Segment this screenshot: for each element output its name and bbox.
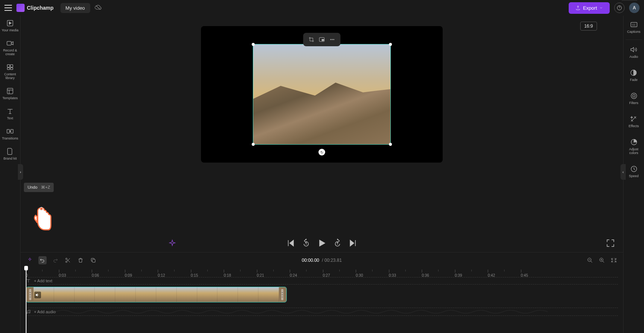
clip-mute-button[interactable] (34, 292, 41, 298)
more-options-button[interactable] (328, 35, 337, 44)
ruler-mark: 0:36 (422, 270, 429, 277)
collapse-timeline-button[interactable]: ⌄ (622, 0, 637, 1)
split-button[interactable] (64, 256, 72, 264)
timeline-section: ⌄ 00:00.00 / 00:23.81 00:030:060:09 (21, 252, 623, 333)
text-icon (6, 107, 14, 115)
svg-rect-6 (7, 68, 10, 70)
crop-button[interactable] (307, 35, 316, 44)
center-area: 16:9 ↻ 5 (21, 16, 623, 333)
sidebar-effects[interactable]: Effects (627, 110, 640, 133)
auto-enhance-button[interactable] (168, 239, 177, 248)
clip-trim-right[interactable] (281, 289, 283, 300)
help-button[interactable] (614, 3, 625, 13)
right-sidebar: ‹ CC Captions Audio Fade Filters Effects… (623, 16, 644, 333)
sidebar-content-library[interactable]: Content library (0, 60, 20, 84)
zoom-out-button[interactable] (586, 256, 594, 264)
ruler-mark: 0:30 (356, 270, 363, 277)
playhead[interactable] (26, 268, 26, 333)
magic-button[interactable] (26, 256, 34, 264)
resize-handle-top-left[interactable] (252, 43, 255, 46)
svg-line-27 (603, 261, 604, 263)
sidebar-filters[interactable]: Filters (628, 87, 640, 110)
clip-trim-left[interactable] (29, 289, 31, 300)
svg-rect-11 (7, 129, 10, 133)
aspect-ratio-selector[interactable]: 16:9 (580, 22, 597, 31)
ruler-mark: 0:18 (224, 270, 231, 277)
preview-area: 16:9 ↻ (21, 16, 623, 236)
sidebar-your-media[interactable]: Your media (0, 16, 20, 36)
fullscreen-button[interactable] (606, 239, 615, 248)
ruler-mark: 0:45 (521, 270, 528, 277)
svg-text:5: 5 (337, 242, 338, 245)
resize-handle-bottom-right[interactable] (389, 143, 392, 146)
text-track[interactable]: + Add text (26, 277, 618, 285)
duplicate-button[interactable] (89, 256, 97, 264)
top-bar: Clipchamp My video Export A (0, 0, 644, 16)
timecode-display: 00:00.00 / 00:23.81 (302, 258, 342, 263)
skip-next-button[interactable] (349, 239, 358, 248)
content-icon (6, 63, 14, 71)
ruler-mark: 0:12 (158, 270, 165, 277)
redo-button[interactable] (51, 256, 59, 264)
sidebar-fade[interactable]: Fade (628, 64, 639, 87)
rotate-handle[interactable]: ↻ (318, 149, 325, 155)
ruler-mark: 0:21 (257, 270, 264, 277)
forward-5s-button[interactable]: 5 (333, 239, 342, 248)
cloud-sync-icon[interactable] (95, 4, 101, 11)
svg-rect-5 (10, 65, 13, 67)
export-button[interactable]: Export (569, 2, 610, 14)
skip-previous-button[interactable] (286, 239, 295, 248)
sidebar-brand-kit[interactable]: Brand kit (0, 144, 20, 164)
video-clip[interactable] (26, 287, 287, 302)
timeline-ruler[interactable]: 00:030:060:090:120:150:180:210:240:270:3… (21, 268, 623, 277)
svg-point-33 (631, 93, 637, 99)
clipchamp-logo-icon (16, 4, 25, 12)
sidebar-templates[interactable]: Templates (0, 84, 20, 104)
ruler-mark: 0:39 (455, 270, 462, 277)
svg-rect-12 (11, 129, 13, 133)
pip-button[interactable] (317, 35, 326, 44)
svg-text:5: 5 (305, 242, 307, 245)
brand-icon (6, 148, 14, 155)
user-avatar[interactable]: A (629, 3, 640, 13)
sidebar-speed[interactable]: Speed (627, 160, 640, 183)
sidebar-adjust-colors[interactable]: Adjust colors (623, 133, 644, 160)
svg-rect-14 (322, 39, 324, 41)
sidebar-audio[interactable]: Audio (628, 41, 640, 64)
delete-button[interactable] (76, 256, 85, 264)
rewind-5s-button[interactable]: 5 (302, 239, 311, 248)
svg-point-20 (66, 258, 67, 260)
svg-point-16 (332, 39, 333, 40)
left-sidebar: Your media Record & create Content libra… (0, 16, 21, 333)
effects-icon (630, 115, 637, 123)
svg-point-15 (330, 39, 331, 40)
filters-icon (630, 92, 638, 100)
fit-timeline-button[interactable] (610, 256, 618, 264)
sidebar-record-create[interactable]: Record & create (0, 36, 20, 60)
audio-track[interactable]: + Add audio (26, 308, 618, 316)
project-title[interactable]: My video (60, 3, 90, 13)
svg-point-34 (632, 95, 635, 97)
sidebar-transitions[interactable]: Transitions (0, 124, 20, 144)
video-track[interactable] (26, 287, 618, 305)
sidebar-captions[interactable]: CC Captions (626, 16, 642, 39)
captions-icon: CC (630, 21, 638, 28)
menu-button[interactable] (4, 4, 12, 12)
undo-button[interactable] (38, 256, 47, 264)
app-name: Clipchamp (27, 5, 54, 11)
app-logo[interactable]: Clipchamp (16, 4, 54, 12)
svg-rect-7 (10, 68, 13, 70)
resize-handle-top-right[interactable] (389, 43, 392, 46)
zoom-in-button[interactable] (598, 256, 606, 264)
resize-handle-bottom-left[interactable] (252, 143, 255, 146)
sidebar-text[interactable]: Text (0, 104, 20, 124)
ruler-mark: 0:27 (323, 270, 330, 277)
transitions-icon (6, 128, 14, 135)
selected-media-clip[interactable]: ↻ (253, 44, 391, 145)
play-button[interactable] (317, 239, 326, 248)
preview-frame[interactable]: ↻ (201, 26, 443, 163)
timeline-toolbar: 00:00.00 / 00:23.81 (21, 252, 623, 268)
collapse-right-panel[interactable]: ‹ (621, 164, 626, 180)
text-track-icon (26, 278, 31, 283)
adjust-icon (630, 138, 638, 146)
